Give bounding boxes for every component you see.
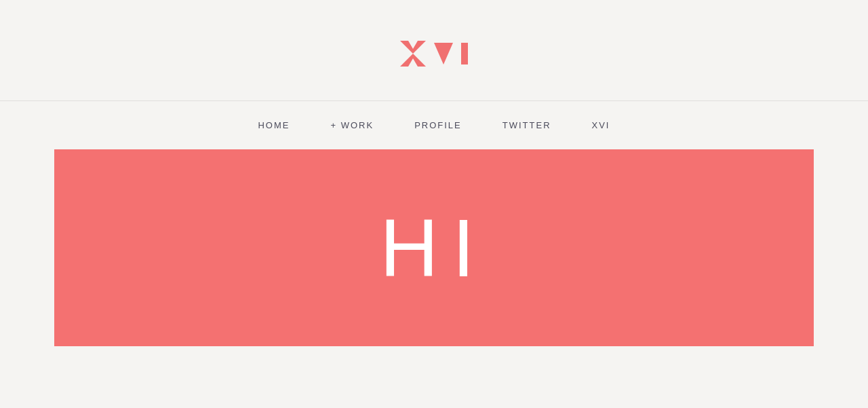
main-nav: HOME + WORK PROFILE TWITTER XVI xyxy=(0,101,868,149)
svg-marker-1 xyxy=(434,43,453,64)
nav-item-xvi[interactable]: XVI xyxy=(592,120,610,130)
logo-x-icon xyxy=(400,41,426,67)
svg-marker-0 xyxy=(400,41,426,67)
logo[interactable] xyxy=(400,41,468,67)
nav-item-home[interactable]: HOME xyxy=(258,120,290,130)
hero-text: HI xyxy=(380,201,488,295)
hero-banner: HI xyxy=(54,149,814,346)
svg-rect-2 xyxy=(461,43,468,64)
nav-item-work[interactable]: + WORK xyxy=(330,120,374,130)
nav-item-profile[interactable]: PROFILE xyxy=(414,120,462,130)
site-header xyxy=(0,0,868,100)
nav-item-twitter[interactable]: TWITTER xyxy=(502,120,551,130)
logo-v-icon xyxy=(434,43,453,64)
logo-i-icon xyxy=(461,43,468,64)
